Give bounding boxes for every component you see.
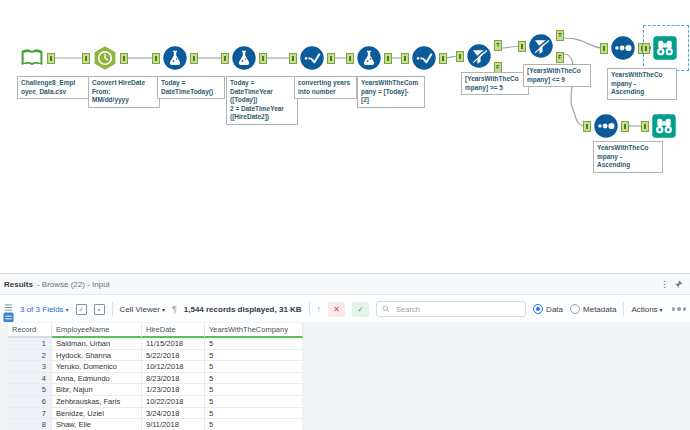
column-header-hiredate[interactable]: HireDate bbox=[142, 323, 205, 338]
record-number-cell[interactable]: 7 bbox=[8, 408, 52, 420]
browse-tool-2[interactable] bbox=[651, 113, 677, 139]
input-anchor[interactable] bbox=[82, 53, 90, 64]
table-cell[interactable]: 1/23/2018 bbox=[142, 384, 205, 396]
table-cell[interactable]: Zehbrauskas, Faris bbox=[52, 396, 142, 408]
input-anchor[interactable] bbox=[152, 53, 160, 64]
table-row: 7Benidze, Uziel3/24/20185 bbox=[8, 408, 303, 420]
data-radio[interactable]: Data bbox=[533, 304, 563, 314]
sort-tool-1[interactable] bbox=[610, 35, 636, 61]
tool-annotation[interactable]: YearsWithTheCo mpany - Ascending bbox=[593, 141, 663, 173]
output-anchor[interactable] bbox=[259, 53, 267, 64]
formula-tool-3[interactable] bbox=[356, 45, 382, 71]
tool-annotation[interactable]: [YearsWithTheCo mpany] >= 5 bbox=[461, 72, 529, 95]
record-number-cell[interactable]: 3 bbox=[8, 361, 52, 373]
tool-annotation[interactable]: Today = DateTimeYear ([Today]) 2 = DateT… bbox=[226, 76, 298, 125]
filter-tool-2[interactable]: TF bbox=[528, 33, 554, 59]
pin-icon[interactable] bbox=[673, 275, 684, 293]
select-tool-1[interactable] bbox=[299, 45, 325, 71]
input-anchor[interactable] bbox=[583, 121, 591, 132]
table-cell[interactable]: 5 bbox=[205, 419, 303, 430]
search-input[interactable] bbox=[394, 304, 520, 315]
tool-annotation[interactable]: YearsWithTheCo mpany - Ascending bbox=[607, 68, 677, 100]
table-cell[interactable]: Yeruko, Domenico bbox=[52, 361, 142, 373]
input-anchor[interactable] bbox=[401, 53, 409, 64]
table-cell[interactable]: Shaw, Elie bbox=[52, 419, 142, 430]
table-row: 8Shaw, Elie9/11/20185 bbox=[8, 419, 303, 430]
table-cell[interactable]: 9/11/2018 bbox=[142, 419, 205, 430]
table-cell[interactable]: 3/24/2018 bbox=[142, 408, 205, 420]
browse-tool-1[interactable] bbox=[652, 35, 678, 61]
record-number-cell[interactable]: 4 bbox=[8, 373, 52, 385]
table-cell[interactable]: 5 bbox=[205, 384, 303, 396]
formula-tool-1[interactable] bbox=[162, 45, 188, 71]
apply-button[interactable]: ✓ bbox=[352, 302, 369, 317]
record-number-cell[interactable]: 8 bbox=[8, 419, 52, 430]
tool-annotation[interactable]: Convert HireDate From: MM/dd/yyyy bbox=[88, 76, 160, 108]
table-cell[interactable]: 11/15/2018 bbox=[142, 338, 205, 350]
table-cell[interactable]: Hydock, Shanna bbox=[52, 350, 142, 362]
column-header-record[interactable]: Record bbox=[8, 323, 52, 338]
output-anchor[interactable] bbox=[47, 53, 55, 64]
datetime-tool[interactable] bbox=[92, 45, 118, 71]
table-cell[interactable]: 10/12/2018 bbox=[142, 361, 205, 373]
record-number-cell[interactable]: 5 bbox=[8, 384, 52, 396]
record-number-cell[interactable]: 1 bbox=[8, 338, 52, 350]
record-number-cell[interactable]: 6 bbox=[8, 396, 52, 408]
output-anchor[interactable] bbox=[621, 121, 629, 132]
cell-viewer-dropdown[interactable]: Cell Viewer▾ bbox=[120, 305, 165, 314]
tool-annotation[interactable]: YearsWithTheCom pany = [Today]- [2] bbox=[357, 76, 425, 108]
output-anchor-true[interactable]: T bbox=[556, 30, 564, 41]
table-cell[interactable]: 5 bbox=[205, 338, 303, 350]
table-cell[interactable]: Bibr, Najun bbox=[52, 384, 142, 396]
table-cell[interactable]: 10/22/2018 bbox=[142, 396, 205, 408]
table-cell[interactable]: 5 bbox=[205, 350, 303, 362]
tool-annotation[interactable]: converting years into number bbox=[294, 76, 357, 99]
cell-focus-icon[interactable]: ▪ bbox=[94, 304, 105, 315]
tool-annotation[interactable]: Today = DateTimeToday() bbox=[157, 76, 225, 99]
input-anchor[interactable] bbox=[346, 53, 354, 64]
input-anchor[interactable] bbox=[289, 53, 297, 64]
tool-annotation[interactable]: [YearsWithTheCo mpany] <= 9 bbox=[523, 64, 591, 87]
record-number-cell[interactable]: 2 bbox=[8, 350, 52, 362]
table-cell[interactable]: 5 bbox=[205, 361, 303, 373]
metadata-radio[interactable]: Metadata bbox=[570, 304, 616, 314]
table-cell[interactable]: 5 bbox=[205, 373, 303, 385]
input-data-tool[interactable] bbox=[19, 45, 45, 71]
workflow-canvas[interactable]: TF TF Challenge8_Empl oyee_Data.csvConve… bbox=[0, 0, 690, 273]
table-cell[interactable]: Saidman, Urban bbox=[52, 338, 142, 350]
collapse-icon[interactable]: ↑ bbox=[317, 304, 322, 314]
table-cell[interactable]: Anna, Edmundo bbox=[52, 373, 142, 385]
table-cell[interactable]: 5/22/2018 bbox=[142, 350, 205, 362]
table-cell[interactable]: 5 bbox=[205, 408, 303, 420]
output-anchor[interactable] bbox=[439, 53, 447, 64]
formula-tool-2[interactable] bbox=[231, 45, 257, 71]
output-anchor-false[interactable]: F bbox=[556, 52, 564, 63]
table-cell[interactable]: 5 bbox=[205, 396, 303, 408]
fields-selector[interactable]: 3 of 3 Fields▾ bbox=[20, 305, 69, 314]
column-header-yearswiththecompany[interactable]: YearsWithTheCompany bbox=[205, 323, 303, 338]
table-cell[interactable]: 8/23/2018 bbox=[142, 373, 205, 385]
input-anchor[interactable] bbox=[641, 121, 649, 132]
input-anchor[interactable] bbox=[456, 51, 464, 62]
sort-tool-2[interactable] bbox=[593, 113, 619, 139]
whitespace-toggle-icon[interactable]: ¶ bbox=[172, 304, 177, 314]
output-anchor[interactable] bbox=[384, 53, 392, 64]
tool-annotation[interactable]: Challenge8_Empl oyee_Data.csv bbox=[17, 76, 95, 99]
output-anchor[interactable] bbox=[327, 53, 335, 64]
input-anchor[interactable] bbox=[600, 43, 608, 54]
output-anchor[interactable] bbox=[190, 53, 198, 64]
input-anchor[interactable] bbox=[642, 43, 650, 54]
table-cell[interactable]: Benidze, Uziel bbox=[52, 408, 142, 420]
more-options-icon[interactable] bbox=[672, 307, 687, 311]
input-anchor[interactable] bbox=[221, 53, 229, 64]
actions-dropdown[interactable]: Actions▾ bbox=[631, 305, 662, 314]
cancel-button[interactable]: ✕ bbox=[328, 302, 345, 317]
select-fields-icon[interactable]: ✓ bbox=[76, 304, 87, 315]
output-anchor-true[interactable]: T bbox=[494, 40, 502, 51]
column-header-employeename[interactable]: EmployeeName bbox=[52, 323, 142, 338]
filter-tool-1[interactable]: TF bbox=[466, 43, 492, 69]
input-anchor[interactable] bbox=[518, 41, 526, 52]
output-anchor[interactable] bbox=[120, 53, 128, 64]
more-menu-icon[interactable]: ⋮ bbox=[656, 280, 673, 289]
select-tool-2[interactable] bbox=[411, 45, 437, 71]
